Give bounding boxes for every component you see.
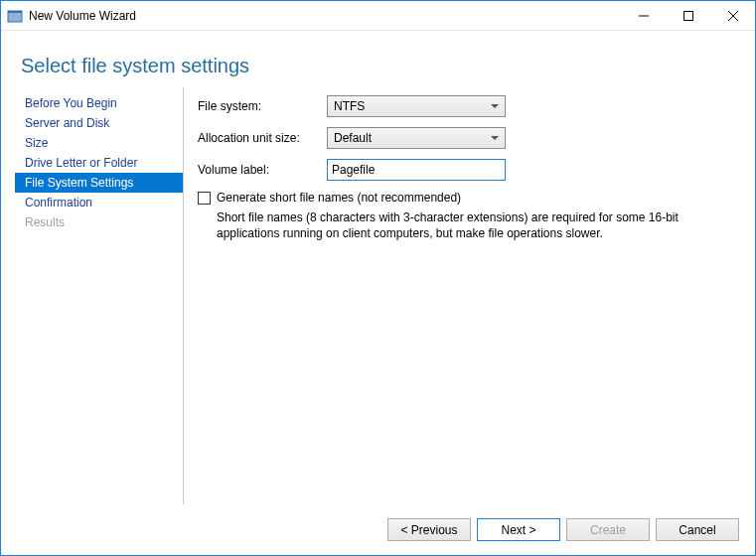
sidebar-item-drive-letter[interactable]: Drive Letter or Folder xyxy=(15,153,183,173)
page-title: Select file system settings xyxy=(1,31,755,87)
generate-short-row: Generate short file names (not recommend… xyxy=(198,191,721,205)
allocation-row: Allocation unit size: Default xyxy=(198,127,721,149)
file-system-select[interactable]: NTFS xyxy=(327,95,506,117)
sidebar-item-confirmation[interactable]: Confirmation xyxy=(15,193,183,212)
next-button[interactable]: Next > xyxy=(477,518,560,541)
close-button[interactable] xyxy=(710,1,755,30)
svg-rect-3 xyxy=(683,11,692,20)
allocation-label: Allocation unit size: xyxy=(198,131,327,145)
chevron-down-icon xyxy=(491,136,499,140)
file-system-label: File system: xyxy=(198,99,327,113)
cancel-button[interactable]: Cancel xyxy=(656,518,739,541)
allocation-select[interactable]: Default xyxy=(327,127,506,149)
main-panel: File system: NTFS Allocation unit size: … xyxy=(184,87,741,504)
volume-label-label: Volume label: xyxy=(198,163,327,177)
volume-label-row: Volume label: xyxy=(198,159,721,181)
maximize-button[interactable] xyxy=(666,1,710,30)
create-button: Create xyxy=(566,518,650,541)
file-system-row: File system: NTFS xyxy=(198,95,721,117)
window-title: New Volume Wizard xyxy=(29,9,621,23)
previous-button[interactable]: < Previous xyxy=(387,518,471,541)
sidebar-item-size[interactable]: Size xyxy=(15,133,183,153)
file-system-value: NTFS xyxy=(334,99,365,113)
sidebar-item-server-and-disk[interactable]: Server and Disk xyxy=(15,113,183,133)
svg-rect-1 xyxy=(8,11,22,13)
body: Before You Begin Server and Disk Size Dr… xyxy=(1,87,755,504)
chevron-down-icon xyxy=(491,104,499,108)
allocation-value: Default xyxy=(334,131,372,145)
titlebar: New Volume Wizard xyxy=(1,1,755,31)
minimize-button[interactable] xyxy=(621,1,666,30)
window-buttons xyxy=(621,1,755,30)
sidebar-item-file-system-settings[interactable]: File System Settings xyxy=(15,173,183,193)
sidebar-item-before-you-begin[interactable]: Before You Begin xyxy=(15,93,183,113)
wizard-icon xyxy=(7,8,23,24)
helper-text: Short file names (8 characters with 3-ch… xyxy=(217,210,721,241)
generate-short-label[interactable]: Generate short file names (not recommend… xyxy=(217,191,461,205)
footer: < Previous Next > Create Cancel xyxy=(1,504,755,555)
volume-label-input[interactable] xyxy=(327,159,506,181)
sidebar-item-results: Results xyxy=(15,212,183,232)
sidebar: Before You Begin Server and Disk Size Dr… xyxy=(15,87,184,504)
generate-short-checkbox[interactable] xyxy=(198,192,211,205)
